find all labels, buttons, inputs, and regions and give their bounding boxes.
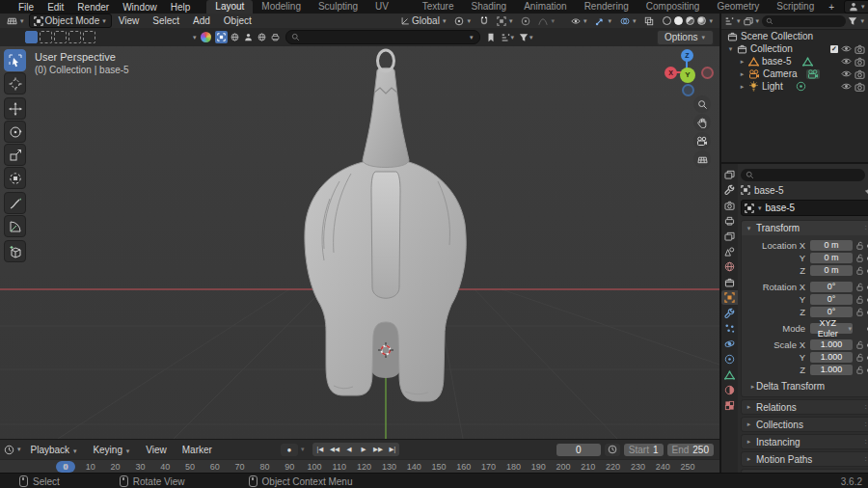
rotate-tool[interactable] — [4, 121, 26, 143]
gizmo-neg-z-handle[interactable] — [682, 84, 694, 96]
expand-caret-icon[interactable]: ▸ — [739, 70, 746, 78]
cursor-tool[interactable] — [4, 72, 26, 95]
gizmo-x-handle[interactable]: X — [665, 67, 677, 79]
lock-icon[interactable] — [855, 283, 864, 291]
bookmark-icon[interactable] — [486, 33, 496, 42]
tab-geometry-nodes[interactable]: Geometry Nodes — [708, 0, 768, 14]
funnel-icon[interactable] — [848, 16, 857, 26]
tab-texture[interactable] — [721, 398, 738, 413]
show-gizmos-toggle[interactable]: ▾ — [591, 14, 616, 27]
tab-material[interactable] — [721, 383, 738, 397]
tab-constraints[interactable] — [721, 352, 738, 366]
select-mode-set-button[interactable] — [25, 31, 38, 43]
next-keyframe-button[interactable]: ▶▶ — [370, 443, 385, 456]
timeline-ruler[interactable]: 0 01020304050607080901001101201301401501… — [0, 459, 719, 474]
tab-scene[interactable] — [721, 244, 738, 258]
panel-relations[interactable]: ▸Relations ∷ — [741, 399, 868, 415]
gizmo-z-handle[interactable]: Z — [681, 49, 693, 62]
outliner-search-input[interactable] — [762, 15, 846, 27]
snap-toggle[interactable] — [475, 14, 493, 27]
tab-modifiers[interactable] — [721, 306, 738, 320]
menu-object[interactable]: Object — [217, 15, 258, 26]
filter-dropdown[interactable]: ▾ — [529, 34, 533, 41]
breadcrumb-object-name[interactable]: base-5 — [754, 185, 784, 196]
render-visibility-icon[interactable] — [854, 57, 865, 67]
auto-keying-button[interactable]: ● — [281, 444, 298, 456]
editor-type-button[interactable] — [721, 167, 738, 181]
select-mode-intersect-button[interactable] — [83, 31, 95, 43]
filter-output-toggle[interactable] — [269, 31, 282, 43]
display-mode-dropdown[interactable]: ▾ — [737, 17, 741, 25]
funnel-dropdown[interactable]: ▾ — [860, 17, 864, 25]
select-mode-invert-button[interactable] — [68, 31, 81, 43]
transform-tool[interactable] — [4, 167, 26, 189]
location-y-field[interactable]: 0 m — [810, 253, 853, 263]
pan-button[interactable] — [693, 114, 711, 131]
gizmo-neg-x-handle[interactable] — [701, 67, 714, 79]
annotate-tool[interactable] — [4, 192, 26, 214]
scale-tool[interactable] — [4, 144, 26, 166]
gizmo-y-handle[interactable]: Y — [680, 68, 695, 83]
rotation-y-field[interactable]: 0° — [810, 294, 853, 305]
use-preview-range-button[interactable] — [605, 444, 620, 456]
shading-solid-button[interactable] — [674, 16, 683, 25]
menu-view[interactable]: View — [112, 15, 147, 26]
lock-icon[interactable] — [855, 254, 864, 262]
mode-dropdown[interactable]: Object Mode ▾ — [29, 14, 112, 28]
menu-add[interactable]: Add — [186, 15, 217, 26]
timeline-editor-icon[interactable] — [4, 445, 14, 455]
add-cube-tool[interactable] — [4, 240, 26, 262]
location-z-field[interactable]: 0 m — [810, 265, 853, 276]
collection-checkbox[interactable]: ✓ — [830, 45, 838, 53]
scale-z-field[interactable]: 1.000 — [810, 365, 853, 375]
tree-view-icon[interactable] — [501, 33, 510, 42]
render-visibility-icon[interactable] — [854, 69, 865, 79]
tab-shading[interactable]: Shading — [462, 0, 515, 14]
start-frame-field[interactable]: Start 1 — [624, 444, 664, 456]
shading-material-button[interactable] — [686, 16, 694, 25]
tab-layout[interactable]: Layout — [206, 0, 253, 14]
menu-help[interactable]: Help — [164, 2, 198, 13]
pin-icon[interactable] — [864, 185, 868, 195]
expand-caret-icon[interactable]: ▸ — [739, 83, 746, 91]
jump-to-end-button[interactable]: ▶| — [385, 443, 399, 456]
prev-keyframe-button[interactable]: ◀◀ — [327, 443, 341, 456]
tab-texture-paint[interactable]: Texture Paint — [414, 0, 463, 14]
jump-to-start-button[interactable]: |◀ — [312, 443, 327, 456]
filter-funnel-icon[interactable] — [519, 33, 529, 42]
tab-object[interactable] — [721, 290, 738, 305]
select-box-tool[interactable] — [4, 49, 26, 71]
shading-options-dropdown[interactable]: ▾ — [709, 17, 713, 25]
move-tool[interactable] — [4, 97, 26, 120]
menu-playback[interactable]: Playback ▾ — [24, 445, 85, 455]
render-visibility-icon[interactable] — [854, 82, 865, 92]
panel-motion-paths[interactable]: ▸Motion Paths ∷ — [741, 451, 868, 467]
tree-view-dropdown[interactable]: ▾ — [511, 34, 515, 41]
shading-wireframe-button[interactable] — [663, 16, 671, 25]
scene-selector[interactable]: ▾ Scene ✕ — [844, 0, 868, 14]
play-reverse-button[interactable]: ◀ — [341, 443, 356, 456]
delta-transform-subpanel[interactable]: ▸ Delta Transform — [749, 380, 868, 393]
tab-animation[interactable]: Animation — [515, 0, 575, 14]
viewport-3d[interactable]: User Perspective (0) Collection | base-5 — [0, 46, 719, 439]
menu-edit[interactable]: Edit — [41, 2, 70, 13]
hide-eye-icon[interactable] — [841, 82, 852, 91]
lock-icon[interactable] — [855, 366, 864, 374]
tab-modeling[interactable]: Modeling — [253, 0, 310, 14]
select-mode-extend-button[interactable] — [40, 31, 52, 43]
tab-tool[interactable] — [721, 182, 738, 197]
end-frame-field[interactable]: End 250 — [667, 444, 714, 456]
location-x-field[interactable]: 0 m — [810, 240, 853, 251]
scale-y-field[interactable]: 1.000 — [810, 352, 853, 363]
auto-keying-dropdown[interactable]: ▾ — [301, 446, 305, 453]
outliner-row-base-5[interactable]: ▸ base-5 — [721, 55, 868, 68]
display-mode-icon[interactable] — [724, 16, 734, 26]
lock-icon[interactable] — [855, 266, 864, 275]
tab-particles[interactable] — [721, 321, 738, 336]
hide-eye-icon[interactable] — [841, 57, 852, 66]
camera-view-button[interactable] — [693, 132, 711, 149]
rotation-x-field[interactable]: 0° — [810, 282, 853, 292]
rotation-z-field[interactable]: 0° — [810, 307, 853, 317]
tab-world[interactable] — [721, 259, 738, 274]
outliner-row-collection[interactable]: ▾ Collection ✓ — [721, 42, 868, 55]
